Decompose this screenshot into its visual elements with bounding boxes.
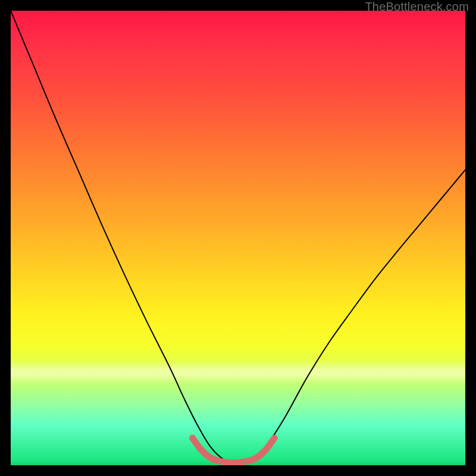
chart-frame: TheBottleneck.com [0,0,476,476]
bottleneck-curve [11,11,465,463]
plot-area [11,11,465,465]
watermark-text: TheBottleneck.com [365,0,469,14]
bottom-highlight-curve [193,438,275,463]
curve-layer [11,11,465,465]
